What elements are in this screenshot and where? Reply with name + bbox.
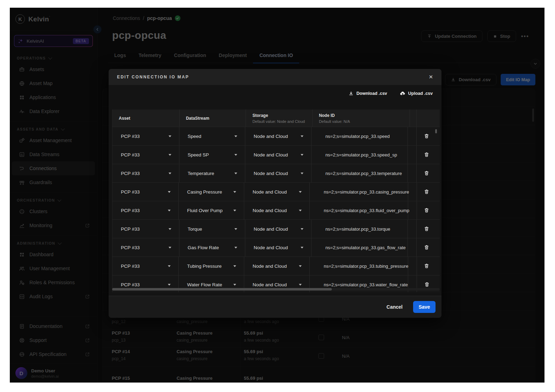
asset-select[interactable]: PCP #33 [112,183,179,201]
io-map-row: PCP #33Speed SPNode and Cloudns=2;s=simu… [112,146,440,164]
modal-vertical-scrollbar[interactable] [435,129,437,133]
asset-select[interactable]: PCP #33 [112,146,179,164]
modal-csv-actions: Download .csv Upload .csv [349,91,433,96]
datastream-select[interactable]: Temperature [179,164,246,182]
actions-column [417,110,440,127]
node-id-input[interactable]: ns=2;s=simulator.pcp_33.gas_flow_rate [311,238,408,257]
storage-select[interactable]: Node and Cloud [244,201,310,219]
horizontal-scrollbar[interactable] [112,288,440,290]
datastream-select[interactable]: Speed [179,127,246,145]
io-map-row: PCP #33SpeedNode and Cloudns=2;s=simulat… [112,127,440,146]
cloud-upload-icon [400,91,405,96]
delete-row-button[interactable] [424,243,432,252]
chevron-down-icon [234,135,237,137]
cancel-button[interactable]: Cancel [386,304,403,310]
chevron-down-icon [301,173,303,174]
row-actions [417,257,440,275]
spacer-cell [408,238,417,257]
modal-header: EDIT CONNECTION IO MAP ✕ [109,69,441,85]
storage-select[interactable]: Node and Cloud [244,183,310,201]
asset-select[interactable]: PCP #33 [112,257,179,275]
io-map-row: PCP #33TorqueNode and Cloudns=2;s=simula… [112,220,440,238]
spacer-cell [408,220,417,238]
delete-row-button[interactable] [424,262,432,270]
delete-row-button[interactable] [424,150,432,159]
chevron-down-icon [168,284,171,286]
node-id-input[interactable]: ns=2;s=simulator.pcp_33.temperature [311,164,408,182]
spacer-cell [408,257,417,275]
io-map-row: PCP #33Casing PressureNode and Cloudns=2… [112,183,440,201]
asset-select[interactable]: PCP #33 [112,164,179,182]
storage-select[interactable]: Node and Cloud [245,146,311,164]
chevron-down-icon [169,247,171,248]
chevron-down-icon [299,265,302,267]
trash-icon [424,245,429,250]
node-id-input[interactable]: ns=2;s=simulator.pcp_33.speed_sp [311,146,408,164]
chevron-down-icon [233,265,236,267]
datastream-select[interactable]: Speed SP [179,146,246,164]
chevron-down-icon [169,135,171,137]
chevron-down-icon [234,154,237,156]
node-id-input[interactable]: ns=2;s=simulator.pcp_33.tubing_pressure [310,257,408,275]
node-id-input[interactable]: ns=2;s=simulator.pcp_33.torque [311,220,408,238]
delete-row-button[interactable] [424,225,432,233]
chevron-down-icon [169,228,171,230]
datastream-select[interactable]: Torque [179,220,246,238]
chevron-down-icon [168,191,171,193]
asset-select[interactable]: PCP #33 [112,127,179,145]
close-icon[interactable]: ✕ [429,74,433,80]
spacer-cell [408,127,417,145]
column-header-storage: StorageDefault value: Node and Cloud [246,110,313,127]
datastream-select[interactable]: Fluid Over Pump [179,201,244,219]
chevron-down-icon [234,228,237,230]
datastream-select[interactable]: Casing Pressure [179,183,244,201]
node-id-input[interactable]: ns=2;s=simulator.pcp_33.fluid_over_pump [310,201,408,219]
save-button[interactable]: Save [413,301,436,313]
column-header-node-id: Node IDDefault value: N/A [313,110,410,127]
trash-icon [424,170,429,176]
modal-download-csv-button[interactable]: Download .csv [349,91,387,96]
chevron-down-icon [234,247,237,248]
delete-row-button[interactable] [424,132,432,140]
datastream-select[interactable]: Gas Flow Rate [179,238,246,257]
chevron-down-icon [299,284,302,286]
node-id-input[interactable]: ns=2;s=simulator.pcp_33.speed [311,127,408,145]
column-header-datastream: DataStream [180,110,246,127]
trash-icon [424,189,429,195]
storage-select[interactable]: Node and Cloud [245,127,311,145]
storage-select[interactable]: Node and Cloud [244,257,310,275]
chevron-down-icon [299,210,302,211]
storage-select[interactable]: Node and Cloud [245,238,311,257]
chevron-down-icon [301,247,303,248]
chevron-down-icon [169,173,171,174]
spacer-cell [408,164,417,182]
delete-row-button[interactable] [424,206,432,215]
asset-select[interactable]: PCP #33 [112,201,179,219]
io-map-row: PCP #33Fluid Over PumpNode and Cloudns=2… [112,201,440,220]
download-icon [349,91,354,96]
trash-icon [424,152,429,158]
storage-select[interactable]: Node and Cloud [245,164,311,182]
trash-icon [424,282,430,287]
spacer-column [410,110,417,127]
asset-select[interactable]: PCP #33 [112,220,179,238]
delete-row-button[interactable] [424,280,433,289]
delete-row-button[interactable] [424,188,432,196]
delete-row-button[interactable] [424,169,432,177]
storage-select[interactable]: Node and Cloud [245,220,311,238]
spacer-cell [408,201,417,219]
chevron-down-icon [168,265,171,267]
trash-icon [424,263,429,269]
chevron-down-icon [301,135,303,137]
row-actions [417,220,440,238]
node-id-input[interactable]: ns=2;s=simulator.pcp_33.casing_pressure [310,183,408,201]
app-window: K Kelvin˙ KelvinAI BETA OPERATIONSAssets… [10,8,544,383]
io-map-row: PCP #33Gas Flow RateNode and Cloudns=2;s… [112,238,440,257]
row-actions [417,146,440,164]
io-map-row: PCP #33TemperatureNode and Cloudns=2;s=s… [112,164,440,183]
datastream-select[interactable]: Tubing Pressure [179,257,244,275]
modal-upload-csv-button[interactable]: Upload .csv [400,91,433,96]
asset-select[interactable]: PCP #33 [112,238,179,257]
chevron-down-icon [169,154,171,156]
trash-icon [424,208,429,213]
